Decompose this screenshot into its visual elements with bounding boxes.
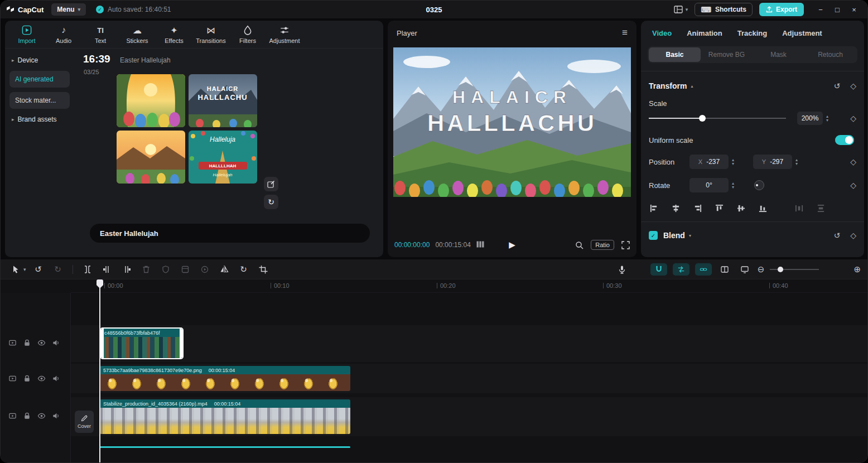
- linking-toggle[interactable]: [695, 263, 712, 276]
- reset-icon[interactable]: ↺: [833, 81, 840, 90]
- tab-effects[interactable]: ✦ Effects: [156, 25, 192, 44]
- maximize-button[interactable]: □: [830, 3, 845, 16]
- lock-icon[interactable]: [23, 374, 31, 383]
- play-button[interactable]: ▶: [509, 240, 515, 250]
- minimize-button[interactable]: −: [813, 3, 828, 16]
- stepper-down-icon[interactable]: ▾: [826, 118, 828, 122]
- keyframe-diamond-icon[interactable]: ◇: [850, 231, 856, 240]
- speaker-icon[interactable]: [52, 339, 60, 347]
- ratio-button[interactable]: Ratio: [591, 240, 614, 250]
- track-preview-icon[interactable]: [8, 339, 17, 347]
- mirror-button[interactable]: [217, 262, 232, 277]
- clip-overlay-selected[interactable]: c48556b0f6b73fbfab476f: [100, 327, 184, 359]
- generated-image-1[interactable]: [117, 74, 185, 127]
- auto-ripple-toggle[interactable]: [673, 263, 689, 276]
- record-voiceover-button[interactable]: [615, 262, 629, 277]
- video-preview[interactable]: HALAICR HALLLACHU: [393, 47, 631, 197]
- player-menu-icon[interactable]: ≡: [622, 27, 628, 38]
- generated-image-4[interactable]: Halleluja HALLLLHAH Hallelujah: [189, 131, 257, 184]
- shortcuts-button[interactable]: ⌨ Shortcuts: [695, 3, 753, 16]
- transform-header[interactable]: Transform ▴ ↺ ◇: [641, 79, 864, 93]
- split-button[interactable]: [80, 262, 95, 277]
- clip-main-video[interactable]: Stabilize_production_id_4035364 (2160p).…: [100, 399, 350, 434]
- position-y-input[interactable]: Y -297: [753, 155, 792, 169]
- regenerate-button[interactable]: ↻: [264, 195, 278, 209]
- generated-image-2[interactable]: HALAICR HALLLACHU: [189, 74, 257, 127]
- position-x-input[interactable]: X -237: [689, 155, 729, 169]
- blend-checkbox[interactable]: ✓: [649, 231, 658, 240]
- sidebar-item-ai-generated[interactable]: AI generated: [9, 71, 70, 88]
- tab-transitions[interactable]: ⋈ Transitions: [192, 25, 229, 44]
- subtab-basic[interactable]: Basic: [649, 47, 701, 62]
- mask-tool-icon[interactable]: [158, 262, 173, 277]
- prompt-input[interactable]: [90, 224, 370, 243]
- zoom-thumb[interactable]: [778, 267, 783, 272]
- split-view-button[interactable]: [717, 262, 732, 277]
- chevron-down-icon[interactable]: ▾: [23, 267, 26, 272]
- freeze-frame-icon[interactable]: [197, 262, 212, 277]
- cover-button[interactable]: Cover: [75, 411, 94, 433]
- preview-zoom-icon[interactable]: [575, 241, 584, 249]
- select-tool-button[interactable]: [8, 262, 23, 277]
- undo-button[interactable]: ↺: [31, 262, 46, 277]
- timeline-zoom-slider[interactable]: [770, 266, 819, 273]
- clip-trim-handle-right[interactable]: [180, 329, 182, 358]
- edit-prompt-button[interactable]: [264, 177, 278, 191]
- sidebar-item-brand-assets[interactable]: ▸ Brand assets: [9, 113, 70, 126]
- lock-icon[interactable]: [23, 339, 31, 347]
- close-button[interactable]: ×: [846, 3, 862, 16]
- tab-adjustment[interactable]: Adjustment: [266, 25, 303, 44]
- export-button[interactable]: Export: [759, 3, 804, 16]
- speaker-icon[interactable]: [52, 374, 60, 383]
- preview-window-button[interactable]: [737, 262, 752, 277]
- tab-audio[interactable]: ♪ Audio: [45, 25, 82, 44]
- align-left-icon[interactable]: [649, 203, 659, 213]
- split-delete-right-button[interactable]: [119, 262, 134, 277]
- main-track-magnet-toggle[interactable]: [650, 263, 667, 276]
- tab-stickers[interactable]: ☁ Stickers: [119, 25, 156, 44]
- frame-view-icon[interactable]: [476, 241, 484, 249]
- keyframe-diamond-icon[interactable]: ◇: [850, 181, 856, 190]
- blend-header[interactable]: ✓ Blend ▾ ↺ ◇: [641, 229, 864, 242]
- eye-icon[interactable]: [37, 374, 46, 383]
- layout-switch-button[interactable]: ▾: [674, 6, 688, 13]
- playhead[interactable]: [99, 279, 100, 463]
- distribute-vertical-icon[interactable]: [816, 203, 826, 213]
- fullscreen-icon[interactable]: [621, 241, 630, 249]
- tab-import[interactable]: Import: [8, 25, 45, 44]
- tab-animation[interactable]: Animation: [687, 29, 722, 37]
- delete-button[interactable]: [139, 262, 153, 277]
- track-preview-icon[interactable]: [8, 412, 17, 420]
- redo-button[interactable]: ↻: [51, 262, 65, 277]
- track-preview-icon[interactable]: [8, 374, 17, 383]
- stepper-down-icon[interactable]: ▾: [795, 162, 798, 166]
- chevron-down-icon[interactable]: ▾: [689, 233, 691, 238]
- tab-filters[interactable]: Filters: [229, 25, 266, 44]
- tab-tracking[interactable]: Tracking: [737, 29, 767, 37]
- clip-trim-handle-left[interactable]: [101, 329, 104, 358]
- align-right-icon[interactable]: [692, 203, 702, 213]
- speaker-icon[interactable]: [52, 412, 60, 420]
- subtab-remove-bg[interactable]: Remove BG: [701, 47, 753, 62]
- keyframe-diamond-icon[interactable]: ◇: [850, 157, 856, 166]
- align-center-horizontal-icon[interactable]: [671, 203, 681, 213]
- split-delete-left-button[interactable]: [100, 262, 114, 277]
- collapse-icon[interactable]: ▴: [691, 84, 693, 89]
- rotate-button[interactable]: ↻: [237, 262, 251, 277]
- keyframe-diamond-icon[interactable]: ◇: [850, 81, 856, 90]
- tab-text[interactable]: TI Text: [82, 25, 119, 44]
- subtab-retouch[interactable]: Retouch: [804, 47, 856, 62]
- align-top-icon[interactable]: [714, 203, 724, 213]
- tab-video[interactable]: Video: [652, 29, 672, 37]
- tab-adjustment[interactable]: Adjustment: [782, 29, 822, 37]
- uniform-scale-toggle[interactable]: [835, 135, 854, 145]
- menu-button[interactable]: Menu ▾: [51, 3, 86, 16]
- scale-slider[interactable]: [649, 113, 786, 124]
- slider-thumb[interactable]: [699, 115, 706, 122]
- align-middle-vertical-icon[interactable]: [736, 203, 746, 213]
- rotate-input[interactable]: 0°: [689, 178, 729, 192]
- sidebar-item-stock-material[interactable]: Stock mater...: [9, 92, 70, 109]
- subtab-mask[interactable]: Mask: [753, 47, 804, 62]
- eye-icon[interactable]: [37, 339, 46, 347]
- sidebar-item-device[interactable]: ▸ Device: [9, 54, 70, 66]
